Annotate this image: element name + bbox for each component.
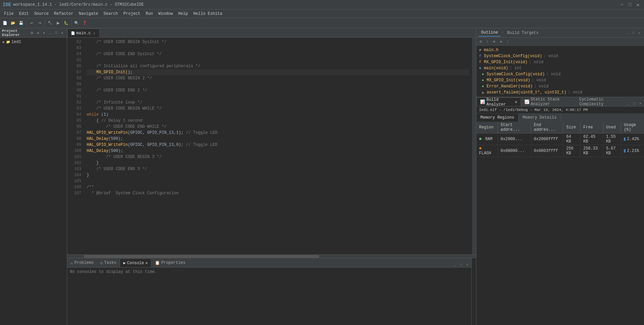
menu-navigate[interactable]: Navigate bbox=[76, 10, 101, 17]
usage-bar-wrap: 2.42% bbox=[624, 137, 641, 141]
maximize-button[interactable]: □ bbox=[627, 1, 633, 8]
save-button[interactable]: 💾 bbox=[17, 19, 25, 27]
ba-maximize-btn[interactable]: □ bbox=[632, 101, 637, 106]
outline-item[interactable]: ◆ assert_failed(uint8_t*, uint32_t) : vo… bbox=[476, 89, 644, 95]
new-button[interactable]: 📄 bbox=[1, 19, 9, 27]
outline-filter-btn[interactable]: ⊕ bbox=[491, 39, 497, 45]
outline-item[interactable]: f MX_GPIO_Init(void) : void bbox=[476, 59, 644, 65]
region-name: FLASH bbox=[479, 151, 491, 156]
run-button[interactable]: ▶ bbox=[54, 19, 62, 27]
tab-console[interactable]: ▶ Console ✕ bbox=[120, 258, 152, 267]
bottom-close-btn[interactable]: ✕ bbox=[465, 262, 470, 267]
menu-hello-eshita[interactable]: Hello Eshita bbox=[190, 10, 225, 17]
link-with-editor-button[interactable]: ⇄ bbox=[35, 30, 41, 36]
static-stack-icon: 📈 bbox=[524, 99, 529, 105]
panel-controls: ⊟ ⇄ ▾ _ □ ✕ bbox=[29, 30, 65, 36]
scroll-thumb[interactable] bbox=[84, 255, 319, 258]
help-toolbar-button[interactable]: ❓ bbox=[81, 19, 88, 27]
ba-subtab-details[interactable]: Memory Details bbox=[519, 114, 561, 122]
toolbar-separator-1 bbox=[26, 20, 27, 26]
ba-subtabs: Memory Regions Memory Details bbox=[476, 114, 644, 122]
outline-item-type: : void bbox=[546, 72, 560, 77]
outline-minimize-btn[interactable]: _ bbox=[625, 30, 630, 36]
memory-table: Region Start addre... End addres... Size… bbox=[476, 122, 644, 157]
outline-sync-btn[interactable]: ⇄ bbox=[498, 39, 504, 45]
project-item-led1[interactable]: ▶ 📁 led1 bbox=[0, 39, 67, 45]
tab-properties[interactable]: 📋 Properties bbox=[152, 258, 189, 267]
close-panel-button[interactable]: ✕ bbox=[59, 30, 65, 36]
project-tree: ▶ 📁 led1 bbox=[0, 38, 67, 46]
panel-menu-button[interactable]: ▾ bbox=[41, 30, 47, 36]
static-stack-label: Static Stack Analyzer bbox=[531, 97, 573, 107]
minimize-panel-button[interactable]: _ bbox=[47, 30, 53, 36]
ba-close-btn[interactable]: ✕ bbox=[515, 99, 517, 105]
code-horizontal-scrollbar[interactable] bbox=[67, 254, 476, 258]
maximize-panel-button[interactable]: □ bbox=[53, 30, 59, 36]
bottom-minimize-btn[interactable]: _ bbox=[453, 262, 458, 267]
outline-item[interactable]: ● MX_GPIO_Init(void) : void bbox=[476, 77, 644, 83]
tab-build-analyzer[interactable]: 📊 Build Analyzer ✕ bbox=[476, 97, 521, 106]
menu-search[interactable]: Search bbox=[101, 10, 121, 17]
tab-problems[interactable]: ⚠ Problems bbox=[67, 258, 97, 267]
region-icon: ■ bbox=[479, 146, 481, 151]
menu-project[interactable]: Project bbox=[121, 10, 143, 17]
outline-item[interactable]: f SystemClock_Config(void) : void bbox=[476, 53, 644, 59]
ba-close-panel-btn[interactable]: ✕ bbox=[638, 101, 643, 106]
bottom-tab-controls: _ □ ✕ bbox=[453, 262, 471, 267]
file-icon: 📄 bbox=[71, 31, 75, 35]
menu-edit[interactable]: Edit bbox=[16, 10, 32, 17]
ba-subtab-regions[interactable]: Memory Regions bbox=[476, 114, 519, 122]
editor-vertical-scrollbar[interactable] bbox=[472, 38, 476, 254]
menu-refactor[interactable]: Refactor bbox=[51, 10, 76, 17]
outline-sort-btn[interactable]: ↕ bbox=[484, 39, 490, 45]
used-cell: 1.55 KB bbox=[603, 133, 621, 145]
project-explorer-title: Project Explorer bbox=[2, 29, 29, 37]
build-button[interactable]: 🔨 bbox=[46, 19, 54, 27]
outline-more-btn[interactable]: ⋮ bbox=[505, 39, 511, 45]
tab-cyclomatic[interactable]: Cyclomatic Complexity bbox=[576, 97, 626, 106]
search-toolbar-button[interactable]: 🔍 bbox=[73, 19, 80, 27]
outline-item-name: SystemClock_Config(void) bbox=[487, 72, 545, 77]
outline-item[interactable]: # main.h bbox=[476, 47, 644, 53]
used-cell: 5.67 KB bbox=[603, 145, 621, 157]
outline-panel: Outline × Build Targets _ □ ✕ ⊟ ↕ ⊕ ⇄ ⋮ … bbox=[476, 28, 644, 97]
outline-collapse-btn[interactable]: ⊟ bbox=[478, 39, 484, 45]
close-button[interactable]: ✕ bbox=[635, 1, 641, 8]
outline-item-type: : void bbox=[534, 84, 548, 89]
ba-minimize-btn[interactable]: _ bbox=[626, 101, 631, 106]
bottom-maximize-btn[interactable]: □ bbox=[459, 262, 464, 267]
undo-button[interactable]: ↩ bbox=[28, 19, 35, 27]
code-line: /* USER CODE END SysInit */ bbox=[87, 51, 469, 57]
menu-source[interactable]: Source bbox=[32, 10, 51, 17]
code-line: HAL_Delay(500); bbox=[87, 148, 469, 154]
collapse-all-button[interactable]: ⊟ bbox=[29, 30, 35, 36]
menu-file[interactable]: File bbox=[1, 10, 16, 17]
code-line: /* USER CODE END WHILE */ bbox=[87, 124, 469, 130]
outline-item[interactable]: ● Error_Handler(void) : void bbox=[476, 83, 644, 89]
outline-item[interactable]: ● SystemClock_Config(void) : void bbox=[476, 71, 644, 77]
outline-item[interactable]: ● main(void) : int bbox=[476, 65, 644, 71]
tab-label: main.c bbox=[76, 31, 91, 36]
minimize-button[interactable]: − bbox=[618, 1, 625, 8]
outline-close-btn[interactable]: ✕ bbox=[637, 30, 642, 36]
tab-main-c[interactable]: 📄 main.c ✕ bbox=[67, 29, 100, 37]
outline-tab[interactable]: Outline bbox=[478, 29, 501, 37]
code-editor[interactable]: 8283848586878889909192939495969798991001… bbox=[67, 38, 476, 254]
cyclomatic-label: Cyclomatic Complexity bbox=[579, 97, 622, 107]
open-button[interactable]: 📂 bbox=[9, 19, 17, 27]
usage-percent: 2.42% bbox=[627, 137, 639, 141]
outline-maximize-btn[interactable]: □ bbox=[631, 30, 636, 36]
toolbar-separator-3 bbox=[71, 20, 72, 26]
memory-table-body: ■ RAM 0x2000... 0x2000ffff 64 KB 62.45 K… bbox=[476, 133, 644, 157]
code-content[interactable]: /* USER CODE BEGIN SysInit */ /* USER CO… bbox=[84, 38, 472, 254]
build-targets-tab[interactable]: Build Targets bbox=[505, 29, 542, 37]
menu-help[interactable]: Help bbox=[176, 10, 191, 17]
tab-tasks[interactable]: ☑ Tasks bbox=[97, 258, 120, 267]
menu-window[interactable]: Window bbox=[156, 10, 175, 17]
menu-run[interactable]: Run bbox=[143, 10, 156, 17]
debug-button[interactable]: 🐛 bbox=[62, 19, 70, 27]
tab-static-stack[interactable]: 📈 Static Stack Analyzer bbox=[521, 97, 576, 106]
console-close-button[interactable]: ✕ bbox=[145, 260, 148, 266]
tab-close-button[interactable]: ✕ bbox=[92, 31, 96, 35]
redo-button[interactable]: ↪ bbox=[36, 19, 43, 27]
